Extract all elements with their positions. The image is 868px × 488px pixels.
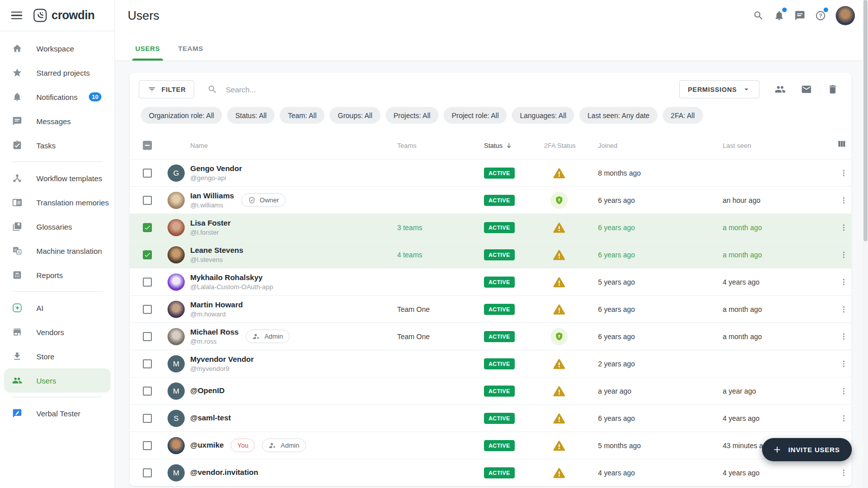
filter-button[interactable]: FILTER bbox=[139, 80, 194, 98]
sidebar-item-store[interactable]: Store bbox=[4, 344, 111, 368]
sidebar-item-notifications[interactable]: Notifications10 bbox=[4, 85, 111, 109]
email-button[interactable] bbox=[797, 80, 816, 99]
row-menu-button[interactable] bbox=[837, 221, 851, 235]
row-menu-button[interactable] bbox=[837, 166, 851, 180]
filter-chip-organization-role[interactable]: Organization role: All bbox=[141, 107, 222, 124]
sidebar-item-workspace[interactable]: Workspace bbox=[4, 36, 111, 61]
teams-cell[interactable]: Team One bbox=[397, 305, 484, 313]
user-avatar[interactable] bbox=[836, 6, 855, 25]
row-menu-button[interactable] bbox=[837, 466, 851, 480]
permissions-button[interactable]: PERMISSIONS bbox=[679, 80, 760, 98]
sidebar-item-machine-translation[interactable]: GAMachine translation bbox=[4, 239, 111, 263]
sidebar-item-users[interactable]: Users bbox=[4, 368, 111, 393]
row-menu-button[interactable] bbox=[837, 357, 851, 371]
row-menu-button[interactable] bbox=[837, 193, 851, 207]
row-checkbox[interactable] bbox=[143, 441, 152, 450]
user-name-link[interactable]: @saml-test bbox=[190, 413, 231, 423]
tab-users[interactable]: USERS bbox=[135, 45, 160, 61]
sidebar-item-starred-projects[interactable]: Starred projects bbox=[4, 61, 111, 85]
user-name-link[interactable]: Martin Howard@m.howard bbox=[190, 300, 243, 318]
avatar[interactable]: S bbox=[168, 410, 185, 427]
user-name-link[interactable]: @vendor.invitation bbox=[190, 468, 258, 477]
sidebar-item-reports[interactable]: Reports bbox=[4, 263, 111, 287]
avatar[interactable] bbox=[168, 192, 185, 209]
user-name-link[interactable]: Myvendor Vendor@myvendor9 bbox=[190, 355, 254, 372]
user-name-link[interactable]: Lisa Foster@l.forster bbox=[190, 219, 231, 236]
sidebar-item-verbal-tester[interactable]: Verbal Tester bbox=[4, 401, 111, 425]
row-menu-button[interactable] bbox=[837, 248, 851, 262]
row-checkbox[interactable] bbox=[143, 305, 152, 314]
user-name-link[interactable]: @OpenID bbox=[190, 386, 225, 396]
user-name-link[interactable]: Leane Stevens@l.stevens bbox=[190, 246, 243, 263]
sidebar-item-ai[interactable]: AI bbox=[4, 296, 111, 320]
user-name-link[interactable]: Gengo Vendor@gengo-api bbox=[190, 164, 242, 182]
columns-settings-icon[interactable] bbox=[837, 139, 850, 152]
filter-chip-languages[interactable]: Languages: All bbox=[512, 107, 574, 124]
avatar[interactable]: M bbox=[168, 383, 185, 400]
sidebar-item-vendors[interactable]: Vendors bbox=[4, 320, 111, 344]
avatar[interactable] bbox=[168, 219, 185, 236]
avatar[interactable] bbox=[168, 437, 185, 454]
sidebar-item-workflow-templates[interactable]: Workflow templates bbox=[4, 166, 111, 190]
user-name-link[interactable]: @uxmike bbox=[190, 441, 224, 450]
row-menu-button[interactable] bbox=[837, 302, 851, 316]
row-checkbox[interactable] bbox=[143, 387, 152, 396]
sidebar-item-tasks[interactable]: Tasks bbox=[4, 133, 111, 157]
reports-icon bbox=[12, 270, 22, 280]
row-checkbox[interactable] bbox=[143, 359, 152, 368]
row-menu-button[interactable] bbox=[837, 411, 851, 425]
column-header-name: Name bbox=[190, 142, 397, 149]
row-checkbox[interactable] bbox=[143, 278, 152, 287]
toolbar: FILTER PERMISSIONS bbox=[130, 73, 851, 106]
avatar[interactable] bbox=[168, 301, 185, 318]
filter-chip-projects[interactable]: Projects: All bbox=[386, 107, 439, 124]
select-all-checkbox[interactable] bbox=[143, 141, 152, 150]
teams-cell[interactable]: 3 teams bbox=[397, 224, 484, 232]
teams-cell[interactable]: 4 teams bbox=[397, 251, 484, 259]
user-name-link[interactable]: Mykhailo Rohalskyy@Lalala-Custom-OAuth-a… bbox=[190, 273, 273, 291]
add-to-team-button[interactable] bbox=[771, 80, 790, 99]
row-checkbox[interactable] bbox=[143, 468, 152, 477]
filter-chip-2fa[interactable]: 2FA: All bbox=[663, 107, 702, 124]
help-button[interactable]: ? bbox=[810, 6, 831, 26]
filter-chip-last-seen[interactable]: Last seen: Any date bbox=[579, 107, 658, 124]
crowdin-logo[interactable]: crowdin bbox=[33, 9, 94, 22]
row-checkbox[interactable] bbox=[143, 332, 152, 341]
search-button[interactable] bbox=[748, 6, 769, 26]
sidebar-item-translation-memories[interactable]: Translation memories bbox=[4, 190, 111, 214]
user-username: @gengo-api bbox=[190, 174, 242, 182]
chevron-down-icon bbox=[742, 85, 751, 94]
avatar[interactable]: M bbox=[168, 464, 185, 481]
filter-chip-project-role[interactable]: Project role: All bbox=[444, 107, 507, 124]
sidebar-item-messages[interactable]: Messages bbox=[4, 109, 111, 133]
messages-button[interactable] bbox=[789, 6, 810, 26]
avatar[interactable] bbox=[168, 274, 185, 291]
row-checkbox[interactable] bbox=[143, 169, 152, 178]
avatar[interactable] bbox=[168, 246, 185, 263]
scrollbar-thumb[interactable] bbox=[863, 0, 867, 241]
hamburger-menu-icon[interactable] bbox=[11, 12, 22, 19]
row-checkbox[interactable] bbox=[143, 414, 152, 423]
row-checkbox[interactable] bbox=[143, 196, 152, 205]
column-header-status[interactable]: Status bbox=[484, 142, 544, 149]
row-checkbox[interactable] bbox=[143, 250, 152, 259]
user-name-link[interactable]: Michael Ross@m.ross bbox=[190, 328, 239, 345]
avatar[interactable] bbox=[168, 328, 185, 345]
sidebar-item-glossaries[interactable]: Glossaries bbox=[4, 214, 111, 239]
delete-button[interactable] bbox=[823, 80, 842, 99]
filter-chip-groups[interactable]: Groups: All bbox=[330, 107, 380, 124]
avatar[interactable]: G bbox=[168, 165, 185, 182]
filter-chip-team[interactable]: Team: All bbox=[280, 107, 324, 124]
notifications-button[interactable] bbox=[769, 6, 789, 26]
tab-teams[interactable]: TEAMS bbox=[178, 45, 203, 61]
avatar[interactable]: M bbox=[168, 355, 185, 372]
teams-cell[interactable]: Team One bbox=[397, 333, 484, 341]
row-menu-button[interactable] bbox=[837, 275, 851, 289]
row-menu-button[interactable] bbox=[837, 384, 851, 398]
row-menu-button[interactable] bbox=[837, 330, 851, 344]
row-checkbox[interactable] bbox=[143, 223, 152, 232]
filter-chip-status[interactable]: Status: All bbox=[227, 107, 275, 124]
user-name-link[interactable]: Ian Williams@i.williams bbox=[190, 191, 234, 209]
search-input[interactable] bbox=[225, 85, 671, 94]
invite-users-button[interactable]: INVITE USERS bbox=[762, 438, 852, 461]
